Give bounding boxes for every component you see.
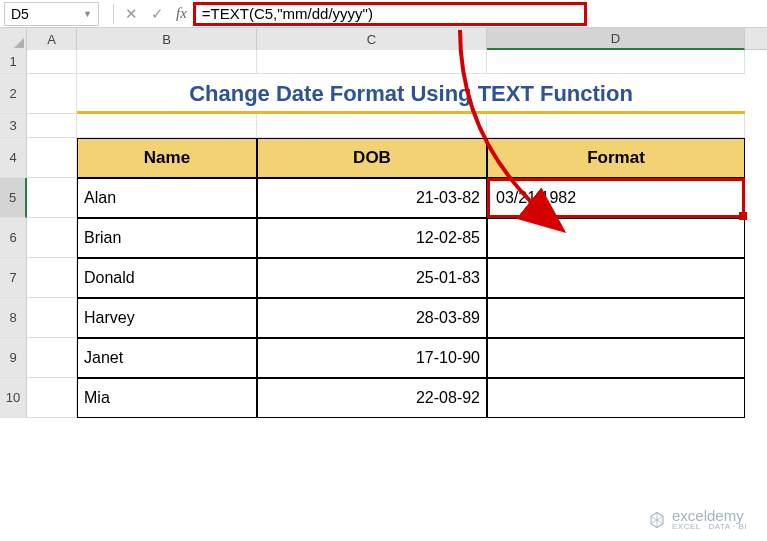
cell-d5-value: 03/21/1982 <box>496 189 576 207</box>
formula-bar: D5 ▼ ✕ ✓ fx =TEXT(C5,"mm/dd/yyyy") <box>0 0 767 28</box>
cell-a9[interactable] <box>27 338 77 378</box>
cell-c1[interactable] <box>257 50 487 74</box>
row-header-5[interactable]: 5 <box>0 178 27 218</box>
col-header-c[interactable]: C <box>257 28 487 50</box>
select-all-corner[interactable] <box>0 28 27 50</box>
cell-a10[interactable] <box>27 378 77 418</box>
row-header-4[interactable]: 4 <box>0 138 27 178</box>
enter-icon[interactable]: ✓ <box>144 2 170 26</box>
table-cell-dob[interactable]: 28-03-89 <box>257 298 487 338</box>
table-cell-name[interactable]: Brian <box>77 218 257 258</box>
table-cell-format[interactable]: 03/21/1982 <box>487 178 745 218</box>
divider <box>113 4 114 24</box>
formula-text: =TEXT(C5,"mm/dd/yyyy") <box>202 5 373 22</box>
table-cell-name[interactable]: Donald <box>77 258 257 298</box>
cell-b1[interactable] <box>77 50 257 74</box>
cancel-icon[interactable]: ✕ <box>118 2 144 26</box>
table-cell-dob[interactable]: 21-03-82 <box>257 178 487 218</box>
table-cell-dob[interactable]: 17-10-90 <box>257 338 487 378</box>
cell-d1[interactable] <box>487 50 745 74</box>
header-dob[interactable]: DOB <box>257 138 487 178</box>
table-cell-name[interactable]: Janet <box>77 338 257 378</box>
title-underline <box>77 111 745 114</box>
row-header-10[interactable]: 10 <box>0 378 27 418</box>
table-cell-format[interactable] <box>487 258 745 298</box>
column-headers: A B C D <box>0 28 767 50</box>
page-title[interactable]: Change Date Format Using TEXT Function <box>77 74 745 114</box>
row-header-3[interactable]: 3 <box>0 114 27 138</box>
table-cell-name[interactable]: Mia <box>77 378 257 418</box>
row-header-2[interactable]: 2 <box>0 74 27 114</box>
cell-a7[interactable] <box>27 258 77 298</box>
cell-a8[interactable] <box>27 298 77 338</box>
grid: 1 2 3 4 5 6 7 8 9 10 Change Date Format … <box>0 50 767 418</box>
name-box[interactable]: D5 ▼ <box>4 2 99 26</box>
table-cell-name[interactable]: Alan <box>77 178 257 218</box>
col-header-a[interactable]: A <box>27 28 77 50</box>
fx-icon[interactable]: fx <box>170 5 193 22</box>
watermark-brand: exceldemy <box>672 508 747 523</box>
watermark-tag: EXCEL · DATA · BI <box>672 523 747 531</box>
fill-handle[interactable] <box>739 212 747 220</box>
table-cell-dob[interactable]: 12-02-85 <box>257 218 487 258</box>
row-header-1[interactable]: 1 <box>0 50 27 74</box>
watermark: exceldemy EXCEL · DATA · BI <box>648 508 747 531</box>
cell-b3[interactable] <box>77 114 257 138</box>
title-text: Change Date Format Using TEXT Function <box>189 81 633 107</box>
cells-area: Change Date Format Using TEXT Function N… <box>27 50 767 418</box>
cell-a5[interactable] <box>27 178 77 218</box>
table-cell-dob[interactable]: 25-01-83 <box>257 258 487 298</box>
cell-a6[interactable] <box>27 218 77 258</box>
table-cell-format[interactable] <box>487 298 745 338</box>
formula-input[interactable]: =TEXT(C5,"mm/dd/yyyy") <box>193 2 587 26</box>
cell-d3[interactable] <box>487 114 745 138</box>
name-box-value: D5 <box>11 6 29 22</box>
row-header-7[interactable]: 7 <box>0 258 27 298</box>
cell-a2[interactable] <box>27 74 77 114</box>
row-headers: 1 2 3 4 5 6 7 8 9 10 <box>0 50 27 418</box>
row-header-8[interactable]: 8 <box>0 298 27 338</box>
cell-a4[interactable] <box>27 138 77 178</box>
col-header-d[interactable]: D <box>487 28 745 50</box>
cell-a3[interactable] <box>27 114 77 138</box>
cell-c3[interactable] <box>257 114 487 138</box>
table-cell-format[interactable] <box>487 218 745 258</box>
logo-icon <box>648 511 666 529</box>
col-header-b[interactable]: B <box>77 28 257 50</box>
table-cell-format[interactable] <box>487 338 745 378</box>
row-header-9[interactable]: 9 <box>0 338 27 378</box>
cell-a1[interactable] <box>27 50 77 74</box>
header-format[interactable]: Format <box>487 138 745 178</box>
chevron-down-icon[interactable]: ▼ <box>83 9 92 19</box>
table-cell-dob[interactable]: 22-08-92 <box>257 378 487 418</box>
table-cell-format[interactable] <box>487 378 745 418</box>
table-cell-name[interactable]: Harvey <box>77 298 257 338</box>
row-header-6[interactable]: 6 <box>0 218 27 258</box>
header-name[interactable]: Name <box>77 138 257 178</box>
